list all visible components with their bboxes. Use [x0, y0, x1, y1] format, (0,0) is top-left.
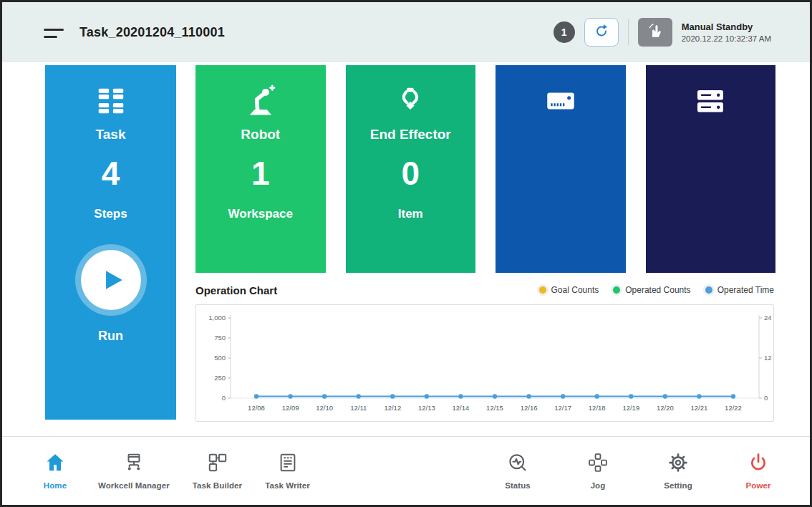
nav-label: Home	[44, 481, 67, 490]
refresh-button[interactable]	[584, 18, 619, 47]
svg-text:12/17: 12/17	[554, 404, 571, 412]
legend-operated-time: Operated Time	[705, 285, 774, 295]
svg-text:12/08: 12/08	[248, 404, 265, 412]
nav-label: Task Writer	[265, 481, 310, 490]
nav-label: Power	[745, 481, 770, 490]
play-icon	[101, 268, 125, 292]
screen: Task_20201204_110001 1	[0, 0, 812, 507]
nav-left-group: Home Workcell Manager	[35, 452, 310, 490]
nav-task-builder[interactable]: Task Builder	[193, 452, 242, 490]
svg-text:1,000: 1,000	[208, 314, 226, 322]
card-unit: Item	[398, 207, 423, 221]
card-peripheral[interactable]: Peripheral 0 Device	[646, 65, 776, 273]
svg-text:12/12: 12/12	[384, 404, 401, 412]
svg-text:0: 0	[764, 394, 768, 402]
nav-right-group: Status Jog	[498, 452, 778, 490]
card-machine[interactable]: Machine 0 Unit	[496, 65, 626, 273]
legend-goal-counts: Goal Counts	[539, 285, 599, 295]
svg-text:750: 750	[214, 334, 226, 342]
nav-task-writer[interactable]: Task Writer	[265, 452, 310, 490]
legend-label: Goal Counts	[551, 285, 599, 295]
svg-text:12/11: 12/11	[350, 404, 367, 412]
legend-label: Operated Time	[717, 285, 774, 295]
svg-text:12/13: 12/13	[418, 404, 435, 412]
workcell-manager-icon	[123, 452, 145, 476]
nav-setting[interactable]: Setting	[658, 452, 698, 490]
card-robot[interactable]: Robot 1 Workspace	[195, 65, 326, 273]
nav-workcell-manager[interactable]: Workcell Manager	[98, 452, 170, 490]
task-title: Task	[96, 127, 126, 143]
legend-operated-counts: Operated Counts	[613, 285, 690, 295]
nav-label: Jog	[591, 481, 606, 490]
gripper-icon	[395, 82, 426, 120]
chart-legend: Goal Counts Operated Counts Operated Tim…	[539, 285, 774, 295]
menu-button[interactable]	[44, 29, 64, 38]
operated-time-dot-icon	[705, 286, 712, 294]
run-button[interactable]	[81, 250, 141, 310]
status-cards: Robot 1 Workspace End Effector 0 Item	[195, 65, 775, 273]
svg-text:12/16: 12/16	[521, 404, 538, 412]
svg-text:250: 250	[214, 374, 226, 382]
robot-arm-icon	[242, 82, 279, 120]
status-icon	[507, 452, 528, 476]
header-divider	[628, 19, 629, 45]
operated-counts-dot-icon	[613, 286, 620, 294]
header: Task_20201204_110001 1	[2, 2, 810, 62]
nav-label: Setting	[664, 481, 692, 490]
svg-text:12/20: 12/20	[657, 404, 674, 412]
operation-chart-svg: 02505007501,0000122412/0812/0912/1012/11…	[196, 305, 773, 421]
peripheral-icon	[693, 82, 728, 120]
nav-label: Status	[505, 481, 531, 490]
svg-text:12: 12	[764, 354, 772, 362]
machine-icon	[543, 82, 579, 120]
svg-text:12/22: 12/22	[725, 404, 742, 412]
svg-text:24: 24	[764, 314, 772, 322]
mode-label: Manual Standby	[682, 21, 771, 32]
chart-title: Operation Chart	[195, 284, 277, 296]
svg-text:12/09: 12/09	[282, 404, 299, 412]
svg-text:12/14: 12/14	[453, 404, 470, 412]
card-unit: Workspace	[228, 207, 293, 221]
header-right: 1 Manual Stand	[554, 18, 771, 47]
nav-label: Task Builder	[193, 481, 242, 490]
card-unit: Unit	[548, 207, 572, 221]
nav-power[interactable]: Power	[738, 452, 778, 490]
mode-indicator[interactable]	[638, 18, 672, 47]
svg-text:12/21: 12/21	[691, 404, 708, 412]
svg-text:0: 0	[222, 394, 226, 402]
power-icon	[748, 452, 769, 476]
card-title: Peripheral	[677, 127, 744, 143]
nav-label: Workcell Manager	[98, 481, 170, 490]
mode-text: Manual Standby 2020.12.22 10:32:37 AM	[682, 21, 771, 43]
jog-icon	[587, 452, 609, 476]
nav-home[interactable]: Home	[35, 452, 75, 490]
home-icon	[44, 452, 66, 476]
setting-icon	[667, 452, 689, 476]
goal-counts-dot-icon	[539, 286, 546, 294]
task-builder-icon	[207, 452, 228, 476]
svg-text:12/19: 12/19	[622, 404, 639, 412]
nav-jog[interactable]: Jog	[578, 452, 618, 490]
operation-chart: 02505007501,0000122412/0812/0912/1012/11…	[195, 304, 774, 422]
svg-text:500: 500	[214, 354, 226, 362]
card-unit: Device	[691, 207, 730, 221]
card-title: Machine	[533, 127, 588, 143]
card-title: End Effector	[370, 127, 451, 143]
card-title: Robot	[241, 127, 280, 143]
card-count: 0	[701, 157, 720, 190]
task-icon	[95, 82, 127, 120]
card-count: 0	[401, 157, 420, 190]
task-panel: Task 4 Steps Run	[45, 65, 176, 420]
task-count: 4	[102, 157, 120, 190]
nav-status[interactable]: Status	[498, 452, 538, 490]
card-count: 0	[551, 157, 570, 190]
page-title: Task_20201204_110001	[79, 25, 225, 40]
svg-text:12/18: 12/18	[589, 404, 606, 412]
bottom-nav: Home Workcell Manager	[2, 436, 810, 505]
card-count: 1	[251, 157, 270, 190]
notification-badge[interactable]: 1	[554, 21, 575, 43]
operation-chart-section: Operation Chart Goal Counts Operated Cou…	[195, 282, 774, 422]
card-end-effector[interactable]: End Effector 0 Item	[346, 65, 476, 273]
mode-timestamp: 2020.12.22 10:32:37 AM	[682, 34, 771, 43]
task-writer-icon	[277, 452, 299, 476]
